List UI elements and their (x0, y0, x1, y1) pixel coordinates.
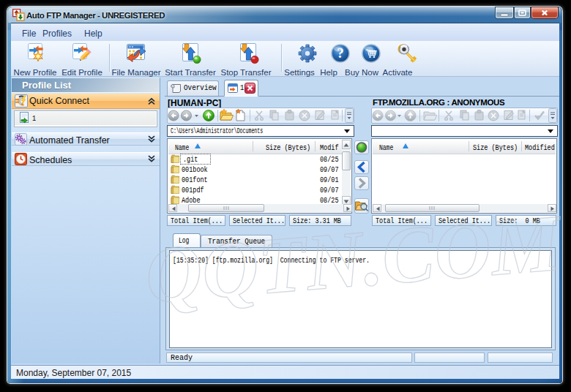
svg-text:?: ? (337, 45, 344, 61)
